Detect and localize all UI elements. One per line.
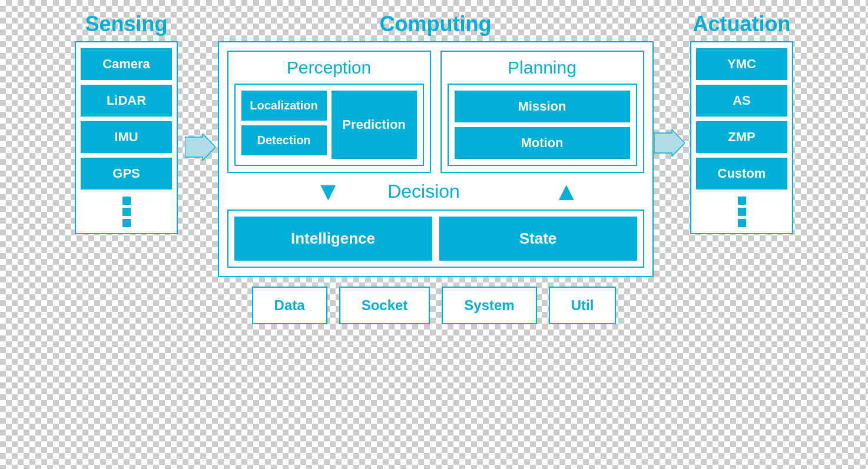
util-system: System — [442, 287, 536, 324]
detection-tile: Detection — [241, 125, 327, 155]
util-socket: Socket — [339, 287, 430, 324]
actuation-item-zmp: ZMP — [696, 121, 787, 153]
sensing-item-camera: Camera — [81, 48, 172, 80]
actuation-item-as: AS — [696, 85, 787, 117]
util-util: Util — [549, 287, 617, 324]
actuation-box: YMC AS ZMP Custom — [690, 41, 793, 234]
intelligence-tile: Intelligence — [234, 217, 432, 261]
actuation-column: Actuation YMC AS ZMP Custom — [686, 12, 798, 234]
utilities-row: Data Socket System Util — [252, 287, 617, 324]
actuation-item-ymc: YMC — [696, 48, 787, 80]
state-tile: State — [439, 217, 637, 261]
localization-tile: Localization — [241, 91, 327, 121]
sensing-item-lidar: LiDAR — [81, 85, 172, 117]
decision-arrows: ▼ Decision ▲ — [227, 173, 644, 209]
sensing-item-gps: GPS — [81, 158, 172, 189]
computing-to-actuation-arrow — [654, 129, 686, 157]
decision-label: Decision — [387, 181, 460, 202]
up-arrow-icon: ▲ — [554, 177, 579, 206]
motion-tile: Motion — [455, 127, 630, 159]
util-data: Data — [252, 287, 327, 324]
sensing-item-imu: IMU — [81, 121, 172, 153]
sensing-to-computing-arrow — [183, 129, 218, 165]
sensing-dots — [122, 197, 131, 227]
mission-tile: Mission — [455, 91, 630, 122]
sensing-title: Sensing — [85, 12, 167, 36]
sensing-box: Camera LiDAR IMU GPS — [75, 41, 178, 234]
svg-marker-0 — [185, 134, 216, 161]
actuation-title: Actuation — [693, 12, 791, 36]
actuation-dots — [738, 197, 746, 227]
sensing-column: Sensing Camera LiDAR IMU GPS — [71, 12, 183, 234]
down-arrow-icon: ▼ — [316, 177, 342, 206]
planning-inner: Mission Motion — [448, 84, 637, 166]
svg-marker-1 — [654, 129, 685, 157]
planning-title: Planning — [448, 58, 637, 78]
prediction-tile: Prediction — [332, 91, 417, 159]
planning-box: Planning Mission Motion — [440, 51, 644, 173]
computing-outer-box: Perception Localization Detection Predic… — [218, 41, 654, 277]
perception-left: Localization Detection — [241, 91, 327, 159]
perception-title: Perception — [234, 58, 424, 78]
perception-box: Perception Localization Detection Predic… — [227, 51, 431, 173]
computing-top-row: Perception Localization Detection Predic… — [227, 51, 644, 173]
computing-title: Computing — [380, 12, 492, 36]
computing-column: Computing Perception Localization Detect… — [218, 12, 654, 277]
perception-inner: Localization Detection Prediction — [234, 84, 424, 166]
actuation-item-custom: Custom — [696, 158, 787, 189]
decision-box: Intelligence State — [227, 209, 644, 268]
perception-right: Prediction — [332, 91, 417, 159]
